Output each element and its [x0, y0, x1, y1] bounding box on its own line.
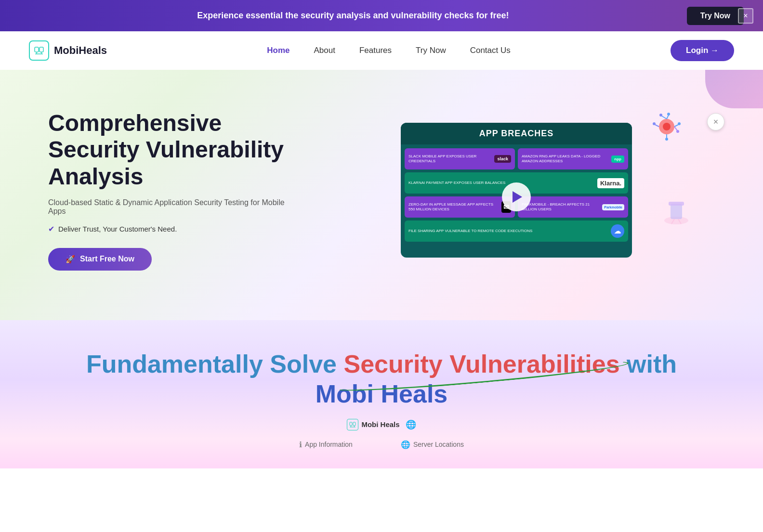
login-button[interactable]: Login →	[671, 40, 734, 61]
breach-card-filesharing: FILE SHARING APP VULNERABLE TO REMOTE CO…	[405, 221, 628, 242]
video-header: APP BREACHES	[401, 123, 632, 144]
breach-card-zerodayapple: ZERO-DAY IN APPLE MESSAGE APP AFFECTS 55…	[405, 196, 515, 218]
hero-left: Comprehensive Security Vulnerability Ana…	[48, 110, 289, 271]
breach-card-text-apple: ZERO-DAY IN APPLE MESSAGE APP AFFECTS 55…	[408, 202, 499, 212]
info-app: ℹ App Information	[299, 440, 353, 449]
mini-app-bar: Mobi Heals 🌐	[19, 419, 744, 430]
nav-features[interactable]: Features	[359, 46, 392, 55]
play-icon	[513, 191, 522, 203]
breach-card-text-parkmobile: PARKMOBILE - BREACH AFFECTS 21 MILLION U…	[522, 202, 599, 212]
nav-trynow[interactable]: Try Now	[416, 46, 446, 55]
play-button[interactable]	[502, 182, 531, 211]
mini-logo: Mobi Heals	[347, 419, 399, 430]
breach-card-text-filesharing: FILE SHARING APP VULNERABLE TO REMOTE CO…	[408, 229, 608, 234]
start-btn-label: Start Free Now	[80, 255, 134, 263]
nav-about[interactable]: About	[314, 46, 335, 55]
bottom-section: Fundamentally Solve Security Vulnerabili…	[0, 320, 763, 468]
mini-separator: 🌐	[406, 419, 416, 430]
svg-point-6	[663, 123, 671, 130]
logo-text: MobiHeals	[54, 44, 107, 57]
svg-rect-0	[35, 47, 39, 52]
bottom-info-row: ℹ App Information 🌐 Server Locations	[19, 440, 744, 449]
hero-check-item: ✔ Deliver Trust, Your Customer's Need.	[48, 224, 289, 234]
float-decoration	[647, 108, 686, 147]
svg-point-16	[665, 138, 668, 141]
svg-line-9	[662, 116, 667, 119]
breach-card-logo-amazon: npp	[611, 156, 624, 163]
hero-section: Comprehensive Security Vulnerability Ana…	[0, 70, 763, 320]
hero-description: Cloud-based Static & Dynamic Application…	[48, 198, 289, 216]
mini-logo-text: Mobi Heals	[361, 420, 399, 428]
banner-message: Experience essential the security analys…	[197, 11, 509, 20]
start-free-button[interactable]: 🚀 Start Free Now	[48, 248, 152, 271]
breach-card-parkmobile: PARKMOBILE - BREACH AFFECTS 21 MILLION U…	[518, 196, 628, 218]
rocket-icon: 🚀	[66, 255, 75, 264]
breach-card-text-klarna: KLARNAI PAYMENT APP EXPOSES USER BALANCE…	[408, 181, 594, 185]
banner-text: Experience essential the security analys…	[19, 11, 687, 21]
mini-logo-icon	[347, 419, 358, 430]
breach-card-text: SLACK MOBILE APP EXPOSES USER CREDENTIAL…	[408, 154, 491, 164]
logo[interactable]: MobiHeals	[29, 40, 107, 61]
svg-point-8	[667, 113, 670, 116]
breach-card-logo-filesharing: ☁	[611, 224, 624, 238]
svg-point-14	[676, 130, 679, 133]
breach-card-text-amazon: AMAZON RNG APP LEAKS DATA - LOGGED AMAZO…	[522, 154, 608, 164]
hero-title: Comprehensive Security Vulnerability Ana…	[48, 110, 289, 190]
info-server: 🌐 Server Locations	[401, 440, 464, 449]
info-app-label: App Information	[305, 441, 353, 448]
svg-line-11	[674, 125, 678, 127]
popup-close-button[interactable]: ×	[707, 113, 724, 130]
bottom-title-part1: Fundamentally Solve	[86, 350, 337, 378]
info-server-icon: 🌐	[401, 440, 410, 449]
nav-home[interactable]: Home	[267, 46, 289, 55]
top-right-decoration	[705, 70, 763, 108]
nav-contact[interactable]: Contact Us	[470, 46, 511, 55]
breach-card-amazon: AMAZON RNG APP LEAKS DATA - LOGGED AMAZO…	[518, 148, 628, 169]
svg-rect-25	[353, 422, 355, 426]
hero-check-text: Deliver Trust, Your Customer's Need.	[58, 225, 177, 233]
hero-right: × APP BREACHES SLACK MOBILE APP EXPOSES …	[318, 123, 715, 258]
bottom-title-highlight: Security Vulnerabilities	[343, 349, 619, 379]
nav-links: Home About Features Try Now Contact Us	[267, 46, 511, 55]
svg-point-18	[653, 122, 656, 125]
navbar: MobiHeals Home About Features Try Now Co…	[0, 31, 763, 70]
info-server-label: Server Locations	[413, 441, 464, 448]
breach-card-logo-slack: slack	[494, 155, 511, 163]
corner-decoration	[657, 194, 696, 238]
svg-point-10	[659, 114, 662, 117]
breach-card-logo-klarna: Klarna.	[597, 178, 624, 188]
svg-rect-1	[39, 47, 43, 52]
svg-rect-20	[671, 204, 682, 219]
svg-rect-24	[350, 422, 352, 426]
svg-rect-21	[669, 202, 684, 206]
top-banner: Experience essential the security analys…	[0, 0, 763, 31]
svg-point-12	[678, 122, 681, 125]
breach-card-slack: SLACK MOBILE APP EXPOSES USER CREDENTIAL…	[405, 148, 515, 169]
bottom-title-with: with	[627, 350, 677, 378]
bottom-title: Fundamentally Solve Security Vulnerabili…	[19, 349, 744, 409]
svg-line-17	[655, 125, 659, 127]
check-icon: ✔	[48, 224, 54, 234]
info-app-icon: ℹ	[299, 440, 302, 449]
banner-try-button[interactable]: Try Now	[687, 7, 744, 25]
svg-line-7	[667, 115, 669, 119]
banner-close-button[interactable]: ×	[738, 8, 753, 24]
video-panel: APP BREACHES SLACK MOBILE APP EXPOSES US…	[401, 123, 632, 258]
svg-line-13	[674, 127, 677, 130]
logo-icon	[29, 40, 49, 61]
breach-card-logo-parkmobile: Parkmobile	[602, 204, 624, 210]
